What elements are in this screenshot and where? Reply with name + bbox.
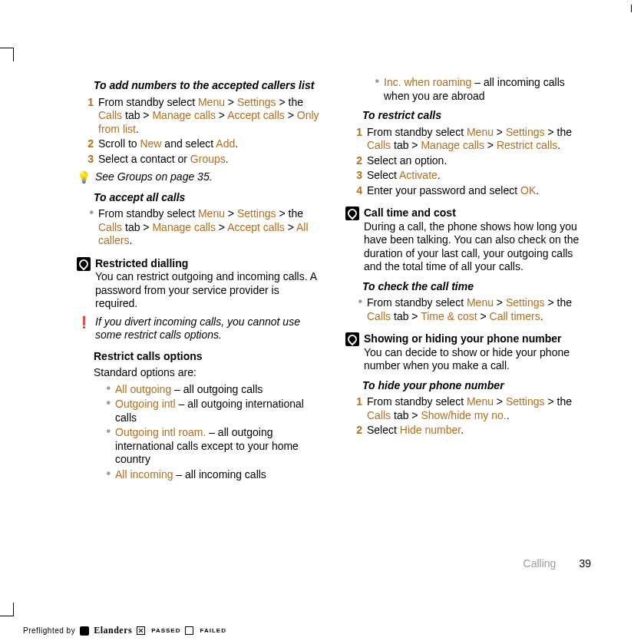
step-number: 2 [345, 154, 367, 168]
step-text: Enter your password and select OK. [367, 184, 591, 198]
step-3: 3Select Activate. [345, 169, 591, 183]
tip-text: If you divert incoming calls, you cannot… [95, 315, 322, 342]
step-number: 1 [77, 96, 98, 137]
bullet-icon: • [362, 76, 384, 103]
step-2: 2Select Hide number. [345, 424, 591, 438]
tip: 💡 See Groups on page 35. [77, 170, 322, 185]
step-4: 4Enter your password and select OK. [345, 184, 591, 198]
subheading: Restrict calls options [94, 350, 322, 364]
list-item: •Outgoing intl – all outgoing internatio… [94, 398, 322, 424]
section-show-hide: Showing or hiding your phone number You … [345, 332, 591, 373]
preflight-label: Preflighted by [23, 626, 75, 635]
step-number: 4 [345, 184, 367, 198]
list-item: •Outgoing intl roam. – all outgoing inte… [94, 426, 322, 467]
body-text: Standard options are: [94, 366, 322, 380]
section-title: Restricted dialling [95, 257, 322, 271]
section-title: Showing or hiding your phone number [364, 332, 591, 346]
network-icon [345, 206, 359, 220]
section-title: Call time and cost [364, 206, 591, 220]
step-1: 1From standby select Menu > Settings > t… [345, 126, 591, 153]
step-text: From standby select Menu > Settings > th… [367, 126, 591, 153]
passed-label: PASSED [151, 627, 180, 634]
step-text: From standby select Menu > Settings > th… [98, 207, 322, 248]
heading: To accept all calls [94, 191, 322, 205]
page-content: To add numbers to the accepted callers l… [77, 73, 591, 580]
footer-section: Calling [523, 557, 556, 570]
lightbulb-icon: 💡 [77, 170, 91, 185]
section-restricted-dialling: Restricted dialling You can restrict out… [77, 257, 322, 311]
exclamation-icon: ❗ [77, 315, 91, 342]
crop-mark [631, 5, 632, 12]
step-number: 2 [77, 137, 98, 151]
step-text: From standby select Menu > Settings > th… [367, 296, 591, 323]
options-list: •All outgoing – all outgoing calls •Outg… [94, 383, 322, 482]
step-1: 1From standby select Menu > Settings > t… [345, 395, 591, 422]
step-text: From standby select Menu > Settings > th… [98, 96, 322, 137]
checkbox-failed-icon [185, 626, 193, 635]
right-column: •Inc. when roaming – all incoming calls … [345, 73, 591, 580]
section-body: You can restrict outgoing and incoming c… [95, 270, 322, 311]
tip-text: See Groups on page 35. [95, 170, 322, 185]
bullet-step: • From standby select Menu > Settings > … [77, 207, 322, 248]
crop-mark [0, 616, 14, 616]
step-text: From standby select Menu > Settings > th… [367, 395, 591, 422]
heading: To add numbers to the accepted callers l… [94, 79, 322, 93]
heading: To hide your phone number [362, 379, 591, 393]
left-column: To add numbers to the accepted callers l… [77, 73, 322, 580]
step-text: Select a contact or Groups. [98, 153, 322, 167]
list-item: •All outgoing – all outgoing calls [94, 383, 322, 397]
page-footer: Calling39 [523, 557, 591, 571]
bullet-icon: • [94, 398, 115, 424]
options-list-cont: •Inc. when roaming – all incoming calls … [362, 76, 591, 103]
heading: To restrict calls [362, 109, 591, 123]
bullet-icon: • [345, 296, 367, 323]
bullet-icon: • [77, 207, 98, 248]
step-3: 3 Select a contact or Groups. [77, 153, 322, 167]
step-text: Select Activate. [367, 169, 591, 183]
step-text: Select Hide number. [367, 424, 591, 438]
footer-page: 39 [579, 557, 591, 570]
step-number: 1 [345, 395, 367, 422]
step-number: 2 [345, 424, 367, 438]
crop-mark [0, 48, 14, 48]
heading: To check the call time [362, 280, 591, 294]
step-2: 2 Scroll to New and select Add. [77, 137, 322, 151]
step-text: Scroll to New and select Add. [98, 137, 322, 151]
bullet-step: •From standby select Menu > Settings > t… [345, 296, 591, 323]
bullet-icon: • [94, 426, 115, 467]
crop-mark [13, 603, 14, 616]
list-item: •All incoming – all incoming calls [94, 468, 322, 482]
checkbox-passed-icon [137, 626, 145, 635]
network-icon [345, 332, 359, 346]
list-item: •Inc. when roaming – all incoming calls … [362, 76, 591, 103]
bullet-icon: • [94, 468, 115, 482]
step-text: Select an option. [367, 154, 591, 168]
bullet-icon: • [94, 383, 115, 397]
section-call-time: Call time and cost During a call, the ph… [345, 206, 591, 274]
network-icon [77, 257, 91, 271]
step-1: 1 From standby select Menu > Settings > … [77, 96, 322, 137]
step-number: 3 [77, 153, 98, 167]
elanders-brand: Elanders [94, 625, 132, 636]
failed-label: FAILED [200, 627, 226, 634]
section-body: You can decide to show or hide your phon… [364, 346, 591, 373]
step-number: 1 [345, 126, 367, 153]
step-2: 2Select an option. [345, 154, 591, 168]
step-number: 3 [345, 169, 367, 183]
preflight-stamp: Preflighted by Elanders PASSED FAILED [23, 625, 226, 636]
warning: ❗ If you divert incoming calls, you cann… [77, 315, 322, 342]
crop-mark [13, 48, 14, 61]
section-body: During a call, the phone shows how long … [364, 220, 591, 274]
elanders-logo-icon [80, 626, 89, 636]
